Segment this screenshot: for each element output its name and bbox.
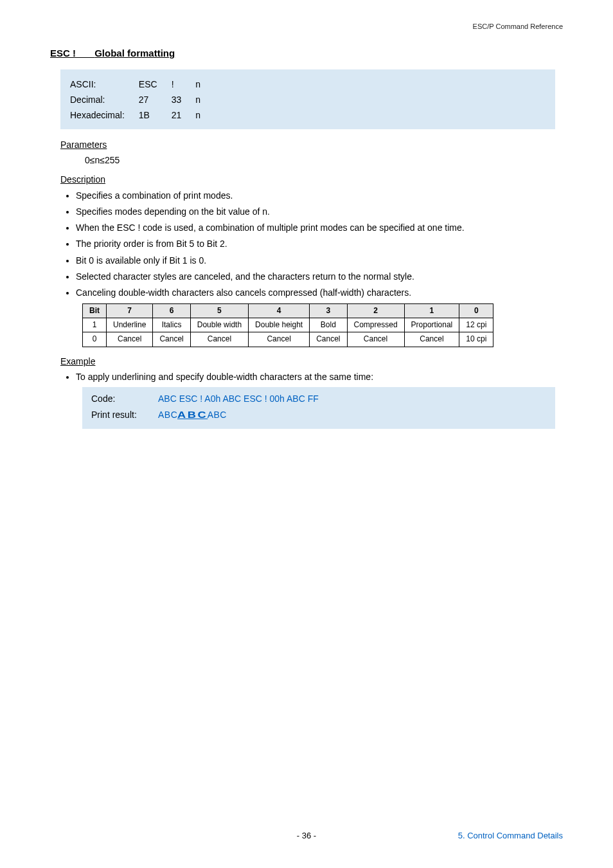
bit-row: 0 Cancel Cancel Cancel Cancel Cancel Can… — [83, 332, 493, 347]
bit-header: 7 — [107, 303, 153, 318]
bit-header: Bit — [83, 303, 107, 318]
example-code-value: ABC ESC ! A0h ABC ESC ! 00h ABC FF — [158, 392, 319, 405]
bit-row: 1 Underline Italics Double width Double … — [83, 318, 493, 332]
example-bullet: To apply underlining and specify double-… — [76, 370, 563, 383]
code-box: ASCII: ESC ! n Decimal: 27 33 n Hexadeci… — [60, 69, 555, 129]
code-row-decimal: Decimal: 27 33 n — [70, 92, 215, 107]
desc-item: Bit 0 is available only if Bit 1 is 0. — [76, 254, 563, 267]
bit-cell: 10 cpi — [459, 332, 493, 347]
bit-cell: 0 — [83, 332, 107, 347]
bit-header: 5 — [190, 303, 248, 318]
bit-header-row: Bit 7 6 5 4 3 2 1 0 — [83, 303, 493, 318]
example-print-row: Print result: ABCABCABC — [91, 408, 546, 421]
description-heading: Description — [60, 173, 563, 186]
example-code-label: Code: — [91, 392, 149, 405]
example-code-row: Code: ABC ESC ! A0h ABC ESC ! 00h ABC FF — [91, 392, 546, 405]
print-segment-normal: ABC — [208, 410, 227, 420]
description-list: Specifies a combination of print modes. … — [76, 189, 563, 300]
desc-item: Specifies a combination of print modes. — [76, 189, 563, 202]
code-cell: ! — [172, 77, 196, 92]
example-box: Code: ABC ESC ! A0h ABC ESC ! 00h ABC FF… — [82, 387, 555, 429]
desc-item: Selected character styles are canceled, … — [76, 270, 563, 283]
bit-header: 1 — [404, 303, 459, 318]
bit-cell: Cancel — [107, 332, 153, 347]
example-list: To apply underlining and specify double-… — [76, 370, 563, 383]
bit-cell: Compressed — [347, 318, 404, 332]
code-row-ascii: ASCII: ESC ! n — [70, 77, 215, 92]
parameters-heading: Parameters — [60, 138, 563, 151]
bit-cell: Proportional — [404, 318, 459, 332]
example-print-value: ABCABCABC — [158, 408, 227, 421]
title-left: ESC ! — [50, 48, 76, 59]
bit-cell: Cancel — [404, 332, 459, 347]
header-reference: ESC/P Command Reference — [473, 22, 563, 32]
code-label: ASCII: — [70, 77, 139, 92]
desc-item: Specifies modes depending on the bit val… — [76, 205, 563, 218]
bit-cell: Underline — [107, 318, 153, 332]
example-print-label: Print result: — [91, 408, 149, 421]
bit-cell: Cancel — [347, 332, 404, 347]
print-segment-normal: ABC — [158, 410, 177, 420]
code-cell: n — [195, 107, 215, 123]
code-label: Hexadecimal: — [70, 107, 139, 123]
section-title: ESC ! Global formatting — [50, 46, 563, 60]
bit-cell: Double height — [249, 318, 310, 332]
code-cell: ESC — [139, 77, 172, 92]
footer-section: 5. Control Command Details — [458, 830, 563, 842]
example-heading: Example — [60, 355, 563, 368]
bit-cell: 12 cpi — [459, 318, 493, 332]
print-segment-wide-underline: ABC — [177, 408, 208, 421]
code-cell: 33 — [172, 92, 196, 107]
code-cell: 27 — [139, 92, 172, 107]
bit-header: 4 — [249, 303, 310, 318]
code-row-hex: Hexadecimal: 1B 21 n — [70, 107, 215, 123]
bit-header: 3 — [310, 303, 347, 318]
bit-cell: Cancel — [190, 332, 248, 347]
bit-header: 2 — [347, 303, 404, 318]
code-cell: n — [195, 92, 215, 107]
bit-cell: Italics — [153, 318, 190, 332]
bit-cell: Cancel — [249, 332, 310, 347]
title-right: Global formatting — [94, 48, 175, 59]
bit-cell: Double width — [190, 318, 248, 332]
code-cell: 21 — [172, 107, 196, 123]
bit-cell: Bold — [310, 318, 347, 332]
code-table: ASCII: ESC ! n Decimal: 27 33 n Hexadeci… — [70, 77, 215, 123]
desc-item: Canceling double-width characters also c… — [76, 286, 563, 299]
desc-item: When the ESC ! code is used, a combinati… — [76, 221, 563, 234]
code-label: Decimal: — [70, 92, 139, 107]
parameters-text: 0≤n≤255 — [85, 154, 563, 167]
bit-header: 6 — [153, 303, 190, 318]
code-cell: 1B — [139, 107, 172, 123]
bit-table: Bit 7 6 5 4 3 2 1 0 1 Underline Italics … — [82, 303, 493, 347]
bit-cell: 1 — [83, 318, 107, 332]
bit-cell: Cancel — [153, 332, 190, 347]
code-cell: n — [195, 77, 215, 92]
desc-item: The priority order is from Bit 5 to Bit … — [76, 237, 563, 250]
bit-cell: Cancel — [310, 332, 347, 347]
bit-header: 0 — [459, 303, 493, 318]
